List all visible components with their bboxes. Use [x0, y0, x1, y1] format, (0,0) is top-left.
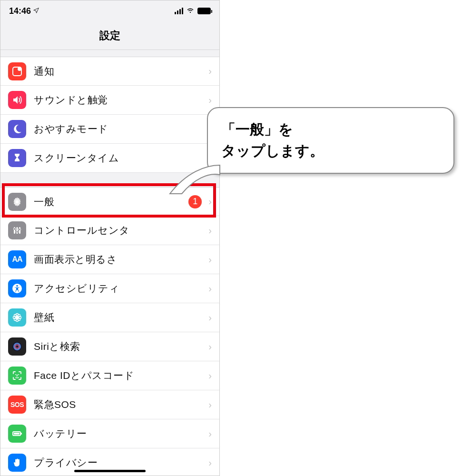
- settings-row-faceid[interactable]: Face IDとパスコード ›: [0, 361, 219, 390]
- home-indicator: [74, 470, 146, 472]
- settings-group-1: 通知 › サウンドと触覚 › おやすみモード › スクリーンタイム ›: [0, 57, 219, 173]
- settings-row-battery[interactable]: バッテリー ›: [0, 419, 219, 448]
- svg-rect-27: [21, 433, 22, 435]
- settings-row-wallpaper[interactable]: 壁紙 ›: [0, 303, 219, 332]
- status-right: [175, 6, 211, 16]
- svg-point-7: [16, 231, 18, 233]
- faceid-icon: [8, 367, 26, 385]
- sliders-icon: [8, 221, 26, 239]
- row-label: 画面表示と明るさ: [34, 253, 205, 266]
- location-icon: [33, 7, 39, 15]
- svg-point-10: [16, 285, 18, 287]
- row-label: バッテリー: [34, 427, 205, 440]
- svg-point-8: [19, 228, 20, 230]
- hourglass-icon: [8, 149, 26, 167]
- sound-icon: [8, 91, 26, 109]
- callout-line2: タップします。: [221, 140, 440, 161]
- row-label: おやすみモード: [34, 122, 205, 136]
- svg-point-25: [18, 374, 19, 375]
- settings-row-control-center[interactable]: コントロールセンタ ›: [0, 216, 219, 245]
- moon-icon: [8, 120, 26, 138]
- chevron-right-icon: ›: [208, 399, 212, 410]
- svg-point-1: [18, 67, 21, 71]
- status-left: 14:46: [9, 6, 39, 16]
- phone-frame: 14:46 設定 通知 ›: [0, 0, 220, 476]
- privacy-hand-icon: [8, 454, 26, 472]
- row-label: 一般: [34, 195, 188, 208]
- battery-icon: [197, 8, 211, 14]
- row-label: 通知: [34, 65, 205, 78]
- row-label: 壁紙: [34, 311, 205, 324]
- status-bar: 14:46: [0, 0, 219, 21]
- status-time: 14:46: [9, 6, 31, 16]
- nav-title-label: 設定: [99, 29, 120, 43]
- sos-icon: SOS: [8, 396, 26, 414]
- svg-point-16: [14, 315, 17, 317]
- row-label: コントロールセンタ: [34, 224, 205, 237]
- settings-row-siri[interactable]: Siriと検索 ›: [0, 332, 219, 361]
- row-label: アクセシビリティ: [34, 282, 205, 295]
- chevron-right-icon: ›: [208, 225, 212, 236]
- instruction-callout: 「一般」を タップします。: [207, 107, 454, 174]
- settings-row-display[interactable]: AA 画面表示と明るさ ›: [0, 245, 219, 274]
- wallpaper-icon: [8, 308, 26, 327]
- svg-rect-28: [14, 433, 20, 435]
- chevron-right-icon: ›: [208, 254, 212, 265]
- settings-row-accessibility[interactable]: アクセシビリティ ›: [0, 274, 219, 303]
- chevron-right-icon: ›: [208, 283, 212, 294]
- chevron-right-icon: ›: [208, 312, 212, 323]
- chevron-right-icon: ›: [208, 95, 212, 106]
- settings-row-sos[interactable]: SOS 緊急SOS ›: [0, 390, 219, 419]
- settings-row-notifications[interactable]: 通知 ›: [0, 57, 219, 86]
- wifi-icon: [186, 6, 195, 16]
- settings-row-sounds[interactable]: サウンドと触覚 ›: [0, 86, 219, 115]
- battery-row-icon: [8, 425, 26, 443]
- display-brightness-icon: AA: [8, 250, 26, 268]
- row-label: Siriと検索: [34, 340, 205, 353]
- svg-point-18: [14, 318, 17, 321]
- settings-group-2: 一般 1 › コントロールセンタ › AA 画面表示と明るさ › アクセシビリテ…: [0, 187, 219, 476]
- svg-point-17: [18, 315, 20, 317]
- accessibility-icon: [8, 279, 26, 298]
- siri-icon: [8, 337, 26, 356]
- notification-icon: [8, 62, 26, 80]
- row-label: サウンドと触覚: [34, 93, 205, 107]
- chevron-right-icon: ›: [208, 66, 212, 77]
- nav-title: 設定: [0, 21, 219, 50]
- chevron-right-icon: ›: [208, 370, 212, 381]
- row-label: Face IDとパスコード: [34, 369, 205, 382]
- sos-icon-text: SOS: [10, 401, 24, 408]
- svg-point-19: [18, 318, 20, 321]
- gear-icon: [8, 193, 26, 211]
- chevron-right-icon: ›: [208, 457, 212, 468]
- callout-line1: 「一般」を: [221, 119, 440, 140]
- svg-point-6: [13, 228, 15, 230]
- settings-row-dnd[interactable]: おやすみモード ›: [0, 115, 219, 144]
- chevron-right-icon: ›: [208, 428, 212, 439]
- row-label: プライバシー: [34, 456, 205, 469]
- cellular-signal-icon: [175, 8, 183, 14]
- chevron-right-icon: ›: [208, 341, 212, 352]
- row-label: 緊急SOS: [34, 398, 205, 411]
- svg-point-24: [15, 374, 16, 375]
